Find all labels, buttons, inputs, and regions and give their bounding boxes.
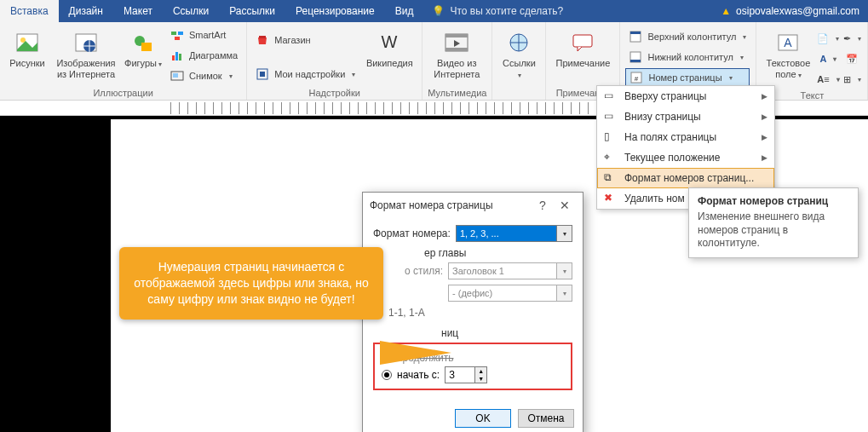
- chevron-down-icon: ▾: [229, 72, 233, 80]
- smartart-icon: [170, 28, 184, 42]
- onlinevideo-label: Видео из Интернета: [434, 58, 480, 79]
- spin-up[interactable]: ▲: [475, 367, 486, 375]
- svg-rect-13: [173, 73, 178, 78]
- menu-top-of-page[interactable]: ▭Вверху страницы▶: [597, 86, 774, 107]
- svg-rect-6: [171, 32, 176, 35]
- header-label: Верхний колонтитул: [647, 32, 736, 42]
- account-area[interactable]: ▲ osipovalexwas@gmail.com: [721, 0, 868, 22]
- chart-button[interactable]: Диаграмма: [167, 46, 241, 65]
- comment-button[interactable]: Примечание: [551, 26, 614, 69]
- group-links: Ссылки▾: [492, 22, 546, 100]
- screenshot-label: Снимок: [189, 71, 222, 81]
- format-icon: ⧉: [604, 171, 618, 185]
- tab-design[interactable]: Дизайн: [59, 0, 113, 22]
- quickparts-button[interactable]: 📄▾: [818, 29, 838, 48]
- tab-mailings[interactable]: Рассылки: [219, 0, 285, 22]
- tab-insert[interactable]: Вставка: [0, 0, 59, 22]
- page-margins-icon: ▯: [604, 130, 618, 144]
- group-illustrations-label: Иллюстрации: [5, 86, 241, 98]
- tab-review[interactable]: Рецензирование: [285, 0, 385, 22]
- spin-down[interactable]: ▼: [475, 375, 486, 383]
- links-icon: [505, 29, 532, 56]
- dropcap-button[interactable]: A≡▾: [818, 70, 838, 89]
- wikipedia-icon: W: [376, 29, 403, 56]
- examples-text: 1-1, 1-А: [388, 307, 572, 319]
- pictures-button[interactable]: Рисунки: [5, 26, 49, 69]
- help-button[interactable]: ?: [532, 199, 554, 212]
- shapes-button[interactable]: Фигуры▾: [123, 26, 164, 69]
- tooltip-body: Изменение внешнего вида номеров страниц …: [698, 210, 849, 251]
- page-number-format-dialog: Формат номера страницы ? ✕ Формат номера…: [362, 192, 583, 432]
- addins-icon: [256, 67, 269, 81]
- ribbon-tabs: Вставка Дизайн Макет Ссылки Рассылки Рец…: [0, 0, 868, 22]
- svg-rect-26: [630, 60, 641, 62]
- start-at-value: 3: [445, 369, 474, 381]
- svg-text:#: #: [635, 75, 639, 83]
- menu-bottom-of-page[interactable]: ▭Внизу страницы▶: [597, 107, 774, 127]
- style-label: о стиля:: [388, 265, 443, 277]
- format-combo[interactable]: 1, 2, 3, ...▾: [456, 225, 572, 242]
- radio-start-at[interactable]: начать с: 3 ▲▼: [382, 366, 564, 383]
- signature-icon: ✒: [843, 32, 851, 45]
- pagenumber-button[interactable]: #Номер страницы▾: [625, 68, 750, 87]
- date-icon: 📅: [845, 52, 859, 66]
- online-pictures-icon: [72, 29, 100, 56]
- svg-rect-8: [175, 37, 180, 40]
- screenshot-button[interactable]: Снимок▾: [167, 66, 241, 85]
- object-button[interactable]: ⊞▾: [842, 70, 862, 89]
- format-value: 1, 2, 3, ...: [460, 228, 499, 239]
- group-links-label: [497, 96, 540, 98]
- video-icon: [443, 29, 470, 56]
- links-button[interactable]: Ссылки▾: [497, 26, 540, 79]
- store-button[interactable]: Магазин: [252, 31, 359, 49]
- svg-rect-20: [445, 48, 468, 51]
- chart-icon: [170, 49, 184, 62]
- shapes-icon: [129, 29, 157, 56]
- chevron-down-icon: ▾: [158, 60, 162, 68]
- page-top-icon: ▭: [604, 89, 618, 103]
- menu-page-margins[interactable]: ▯На полях страницы▶: [597, 127, 774, 147]
- menu-format-page-numbers[interactable]: ⧉Формат номеров страниц...: [597, 168, 774, 188]
- wikipedia-button[interactable]: W Википедия: [362, 26, 417, 69]
- style-combo[interactable]: Заголовок 1▾: [448, 262, 572, 279]
- datetime-button[interactable]: 📅: [842, 49, 862, 68]
- smartart-button[interactable]: SmartArt: [167, 26, 241, 44]
- start-at-spinner[interactable]: 3 ▲▼: [445, 366, 487, 383]
- links-label: Ссылки▾: [503, 58, 536, 79]
- group-addins-label: Надстройки: [252, 86, 417, 98]
- quickparts-icon: 📄: [817, 32, 829, 45]
- chapter-section-label: ер главы: [424, 247, 572, 259]
- myaddins-label: Мои надстройки: [274, 69, 345, 79]
- ok-button[interactable]: OK: [455, 409, 511, 428]
- myaddins-button[interactable]: Мои надстройки▾: [252, 65, 359, 84]
- group-media-label: Мультимедиа: [428, 86, 486, 98]
- format-label: Формат номера:: [373, 228, 451, 239]
- pagenumber-icon: #: [629, 71, 643, 84]
- wordart-button[interactable]: A▾: [818, 49, 838, 68]
- textbox-button[interactable]: A Текстовое поле▾: [762, 26, 814, 79]
- onlinevideo-button[interactable]: Видео из Интернета: [428, 26, 486, 79]
- textbox-icon: A: [774, 29, 802, 56]
- radio-icon: [382, 370, 392, 380]
- signature-button[interactable]: ✒▾: [842, 29, 862, 48]
- submenu-arrow-icon: ▶: [762, 133, 767, 141]
- page-bottom-icon: ▭: [604, 110, 618, 124]
- pagenumber-label: Номер страницы: [648, 72, 721, 83]
- menu-current-position[interactable]: ⌖Текущее положение▶: [597, 147, 774, 168]
- separator-combo[interactable]: - (дефис)▾: [448, 285, 572, 302]
- online-pictures-button[interactable]: Изображения из Интернета: [53, 26, 119, 79]
- tab-layout[interactable]: Макет: [113, 0, 163, 22]
- svg-rect-9: [172, 55, 175, 60]
- tab-references[interactable]: Ссылки: [163, 0, 219, 22]
- separator-value: - (дефис): [452, 288, 492, 298]
- chevron-down-icon: ▾: [740, 54, 744, 61]
- close-button[interactable]: ✕: [554, 199, 576, 212]
- svg-text:A: A: [785, 36, 793, 49]
- tell-me[interactable]: 💡 Что вы хотите сделать?: [423, 0, 572, 22]
- cancel-button[interactable]: Отмена: [518, 409, 574, 428]
- smartart-label: SmartArt: [189, 30, 226, 40]
- tab-view[interactable]: Вид: [385, 0, 424, 22]
- menu-margins-label: На полях страницы: [624, 131, 716, 143]
- footer-button[interactable]: Нижний колонтитул▾: [625, 48, 750, 66]
- header-button[interactable]: Верхний колонтитул▾: [625, 27, 750, 46]
